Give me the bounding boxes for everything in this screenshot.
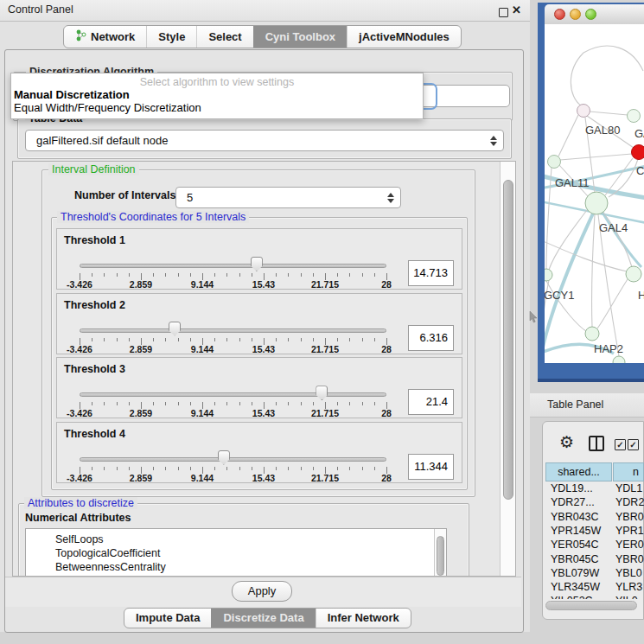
- gcy1-node[interactable]: [545, 269, 552, 281]
- tab-impute-data[interactable]: Impute Data: [124, 609, 211, 628]
- slider-tick: [129, 273, 130, 277]
- threshold-slider-thumb[interactable]: [218, 450, 230, 465]
- dropdown-item-manual-discretization[interactable]: Manual Discretization: [14, 88, 130, 101]
- table-row[interactable]: YDR27...YDR2: [543, 496, 644, 510]
- table-data-combo[interactable]: galFiltered.sif default node: [25, 130, 504, 151]
- hap2-node[interactable]: [585, 327, 599, 341]
- network-edge-highlight[interactable]: [602, 211, 641, 267]
- table-row[interactable]: YPR145WYPR1: [543, 525, 644, 539]
- slider-tick-label: 28: [360, 408, 412, 418]
- slider-tick: [178, 338, 179, 341]
- slider-tick: [337, 467, 338, 470]
- tab-infer-network[interactable]: Infer Network: [316, 609, 411, 628]
- attribute-item-topologicalcoefficient[interactable]: TopologicalCoefficient: [55, 547, 160, 559]
- network-edge[interactable]: [560, 154, 632, 160]
- thresholds-group-title: Threshold's Coordinates for 5 Intervals: [57, 211, 249, 223]
- cell-name: YBL0: [615, 567, 642, 579]
- table-row[interactable]: YIL052CYIL0: [543, 595, 644, 599]
- slider-tick: [276, 338, 277, 341]
- threshold-slider-thumb[interactable]: [251, 257, 263, 271]
- settings-scrollbar[interactable]: [500, 162, 516, 576]
- node-label-c: C: [636, 164, 644, 177]
- gal80-node[interactable]: [577, 105, 590, 118]
- tab-network[interactable]: Network: [64, 26, 146, 48]
- table-hscrollbar-thumb[interactable]: [545, 601, 637, 610]
- threshold-panel-2: Threshold 2-3.4262.8599.14415.4321.71528…: [56, 293, 462, 354]
- attribute-item-betweennesscentrality[interactable]: BetweennessCentrality: [55, 561, 166, 573]
- slider-tick: [190, 467, 191, 470]
- table-row[interactable]: YBL079WYBL0: [543, 567, 644, 581]
- slider-tick: [226, 273, 227, 277]
- network-edge[interactable]: [592, 214, 595, 327]
- interval-definition-title: Interval Definition: [48, 163, 139, 175]
- network-window-shadow: [538, 379, 644, 382]
- slider-tick: [190, 402, 191, 405]
- table-row[interactable]: YLR345WYLR3: [543, 581, 644, 595]
- apply-button[interactable]: Apply: [232, 581, 292, 602]
- table-header-shared-name[interactable]: shared...: [545, 462, 612, 481]
- gal4-node[interactable]: [585, 192, 608, 214]
- attributes-scrollbar[interactable]: [434, 529, 446, 577]
- tab-jactivemnodules[interactable]: jActiveMNodules: [347, 26, 461, 48]
- attribute-item-selfloops[interactable]: SelfLoops: [55, 533, 104, 545]
- dropdown-item-equal-width[interactable]: Equal Width/Frequency Discretization: [14, 101, 201, 114]
- columns-icon[interactable]: [589, 436, 604, 451]
- table-row[interactable]: YER054CYER0: [543, 539, 644, 552]
- node-label-gcy1: GCY1: [545, 289, 574, 302]
- bottom-node[interactable]: [613, 356, 625, 363]
- table-row[interactable]: YDL19...YDL1: [543, 482, 644, 496]
- table-row[interactable]: YBR043CYBR0: [543, 511, 644, 525]
- threshold-value-field[interactable]: 21.4: [408, 389, 454, 415]
- checkbox-select-icon[interactable]: ✓: [615, 439, 626, 450]
- threshold-slider-thumb[interactable]: [169, 322, 181, 336]
- table-header-name[interactable]: n: [613, 462, 644, 481]
- threshold-slider-track[interactable]: [80, 392, 386, 397]
- network-tab-icon: [75, 29, 86, 44]
- node-label-ga: GA: [634, 127, 644, 140]
- settings-scrollbar-thumb[interactable]: [503, 180, 513, 500]
- threshold-slider-track[interactable]: [80, 457, 386, 462]
- checkbox-select-all-icon[interactable]: ✓: [628, 439, 639, 450]
- threshold-value-field[interactable]: 6.316: [408, 325, 454, 351]
- table-data-groupbox: Table Data galFiltered.sif default node: [17, 118, 512, 159]
- number-of-intervals-combo[interactable]: 5: [175, 187, 401, 208]
- mac-zoom-icon[interactable]: [585, 9, 596, 20]
- gear-icon[interactable]: ⚙: [559, 432, 574, 452]
- top-right-node[interactable]: [628, 110, 641, 123]
- tab-discretize-data[interactable]: Discretize Data: [211, 609, 315, 628]
- mac-minimize-icon[interactable]: [570, 9, 581, 20]
- attributes-scrollbar-thumb[interactable]: [437, 536, 444, 576]
- network-edge[interactable]: [590, 112, 628, 115]
- threshold-value-field[interactable]: 14.713: [408, 260, 454, 286]
- dropdown-prompt-item[interactable]: Select algorithm to view settings: [11, 76, 423, 88]
- threshold-slider-thumb[interactable]: [316, 386, 328, 400]
- settings-scroll-area: Interval Definition Number of Intervals …: [12, 161, 516, 577]
- threshold-panel-4: Threshold 4-3.4262.8599.14415.4321.71528…: [56, 422, 462, 483]
- mid-right-node[interactable]: [626, 266, 641, 282]
- slider-tick-label: 9.144: [176, 408, 228, 418]
- network-canvas[interactable]: GAL80GACGAL11GAL4GCY1HHAP2: [545, 24, 644, 363]
- slider-tick-label: -3.426: [54, 279, 105, 290]
- slider-tick-label: 28: [360, 344, 412, 354]
- network-edge[interactable]: [545, 240, 627, 271]
- slider-tick: [349, 338, 350, 341]
- gal11-node[interactable]: [548, 156, 561, 169]
- float-window-icon[interactable]: [499, 8, 508, 17]
- network-edge[interactable]: [583, 46, 643, 71]
- close-icon[interactable]: ✕: [512, 3, 521, 16]
- network-edge[interactable]: [597, 279, 628, 328]
- mac-close-icon[interactable]: [554, 9, 565, 20]
- tab-style[interactable]: Style: [146, 26, 196, 48]
- network-edge[interactable]: [558, 115, 578, 156]
- tab-select[interactable]: Select: [196, 26, 252, 48]
- red-node[interactable]: [632, 145, 644, 160]
- threshold-slider-track[interactable]: [80, 264, 386, 268]
- tab-label: Impute Data: [136, 609, 200, 628]
- network-edge[interactable]: [571, 53, 583, 105]
- table-row[interactable]: YBR045CYBR0: [543, 553, 644, 567]
- threshold-slider-track[interactable]: [80, 328, 386, 333]
- tab-label: Discretize Data: [223, 609, 303, 628]
- tab-cyni-toolbox[interactable]: Cyni Toolbox: [253, 26, 347, 48]
- threshold-value-field[interactable]: 11.344: [408, 454, 454, 480]
- network-edge[interactable]: [546, 168, 552, 269]
